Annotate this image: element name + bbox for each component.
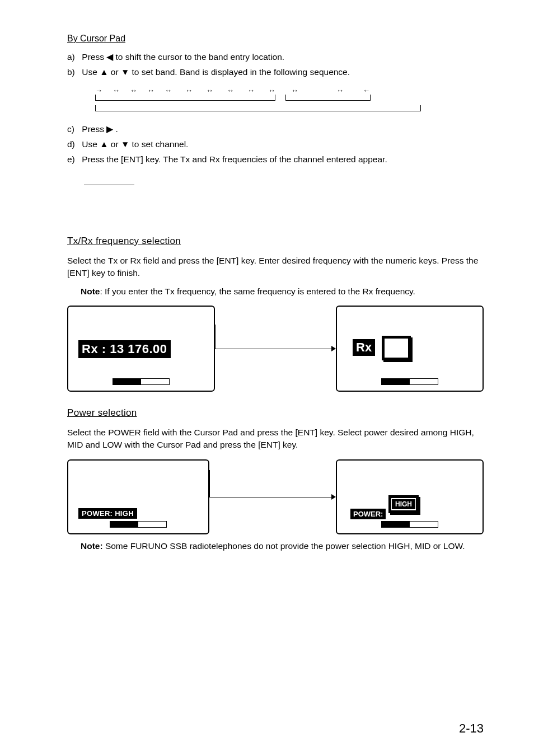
power-diagram: POWER: HIGH HIGH POWER: (67, 459, 484, 534)
power-input-box: HIGH (388, 495, 419, 513)
divider (84, 185, 134, 185)
arrow-right-icon (215, 340, 336, 357)
status-bar-icon (113, 378, 170, 385)
power-note: Note: Some FURUNO SSB radiotelephones do… (81, 540, 484, 552)
txrx-body: Select the Tx or Rx field and press the … (67, 255, 484, 280)
txrx-note-text: : If you enter the Tx frequency, the sam… (100, 287, 415, 296)
heading-txrx: Tx/Rx frequency selection (67, 236, 484, 247)
power-body: Select the POWER field with the Cursor P… (67, 426, 484, 452)
step-a: a) Press ◀ to shift the cursor to the ba… (67, 51, 484, 63)
high-label: HIGH (392, 499, 415, 509)
lcd-right-rx: Rx (336, 306, 484, 392)
note-label: Note (81, 287, 100, 296)
rx-selected-field: Rx : 13 176.00 (78, 340, 171, 358)
page-number: 2-13 (459, 721, 484, 736)
label-b: b) (67, 67, 79, 78)
step-e: e) Press the [ENT] key. The Tx and Rx fr… (67, 154, 484, 166)
arrow-right-icon (209, 491, 336, 503)
heading-by-cursor-pad: By Cursor Pad (67, 34, 484, 44)
step-e-text: Press the [ENT] key. The Tx and Rx frequ… (82, 154, 387, 164)
label-e: e) (67, 154, 79, 166)
step-c-text: Press ▶ . (82, 124, 118, 134)
step-d-text: Use ▲ or ▼ to set channel. (82, 139, 188, 149)
label-d: d) (67, 139, 79, 151)
band-sequence-diagram: →↔↔↔↔ ↔↔↔↔ ↔↔ ↔← (95, 86, 484, 111)
rx-input-box (382, 336, 411, 360)
label-c: c) (67, 124, 79, 135)
heading-power: Power selection (67, 407, 484, 419)
status-bar-icon (381, 521, 438, 528)
step-c: c) Press ▶ . (67, 124, 484, 135)
note-label: Note: (81, 541, 103, 551)
label-a: a) (67, 51, 79, 63)
power-label: POWER: (350, 509, 386, 519)
step-b: b) Use ▲ or ▼ to set band. Band is displ… (67, 67, 484, 78)
rx-label: Rx (353, 339, 375, 356)
status-bar-icon (110, 521, 167, 528)
step-b-text: Use ▲ or ▼ to set band. Band is displaye… (82, 67, 350, 77)
lcd-left-power: POWER: HIGH (67, 459, 209, 534)
lcd-left-rx: Rx : 13 176.00 (67, 306, 215, 392)
power-note-text: Some FURUNO SSB radiotelephones do not p… (103, 541, 465, 551)
step-d: d) Use ▲ or ▼ to set channel. (67, 139, 484, 151)
lcd-right-power: HIGH POWER: (336, 459, 484, 534)
step-a-text: Press ◀ to shift the cursor to the band … (82, 52, 284, 62)
txrx-note: Note: If you enter the Tx frequency, the… (81, 285, 484, 298)
power-selected-field: POWER: HIGH (78, 508, 137, 519)
txrx-diagram: Rx : 13 176.00 Rx (67, 306, 484, 392)
status-bar-icon (381, 378, 438, 385)
